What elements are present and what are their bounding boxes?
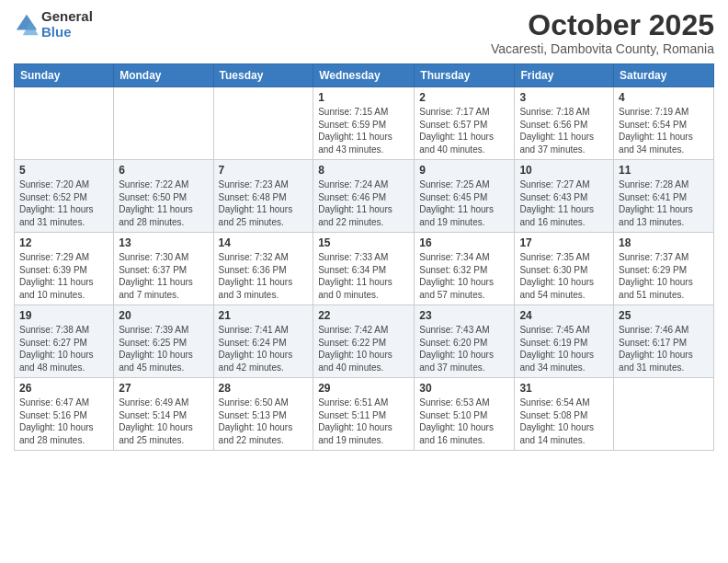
col-saturday: Saturday — [614, 64, 714, 87]
calendar-cell: 28Sunrise: 6:50 AMSunset: 5:13 PMDayligh… — [213, 378, 313, 451]
day-info: Sunrise: 7:33 AMSunset: 6:34 PMDaylight:… — [318, 251, 409, 301]
day-number: 29 — [318, 382, 409, 395]
calendar-cell: 2Sunrise: 7:17 AMSunset: 6:57 PMDaylight… — [415, 87, 515, 160]
day-number: 20 — [119, 309, 208, 322]
calendar-cell: 30Sunrise: 6:53 AMSunset: 5:10 PMDayligh… — [415, 378, 515, 451]
calendar-row-3: 12Sunrise: 7:29 AMSunset: 6:39 PMDayligh… — [15, 233, 714, 305]
col-sunday: Sunday — [15, 64, 114, 87]
day-number: 3 — [519, 91, 609, 104]
day-info: Sunrise: 7:34 AMSunset: 6:32 PMDaylight:… — [419, 251, 509, 301]
day-info: Sunrise: 7:39 AMSunset: 6:25 PMDaylight:… — [119, 324, 208, 373]
day-info: Sunrise: 7:38 AMSunset: 6:27 PMDaylight:… — [19, 324, 108, 373]
calendar-cell: 15Sunrise: 7:33 AMSunset: 6:34 PMDayligh… — [313, 233, 415, 305]
col-monday: Monday — [114, 64, 213, 87]
day-info: Sunrise: 7:28 AMSunset: 6:41 PMDaylight:… — [619, 178, 709, 228]
logo-text: General Blue — [41, 9, 93, 40]
day-number: 18 — [619, 236, 709, 249]
calendar-cell: 20Sunrise: 7:39 AMSunset: 6:25 PMDayligh… — [114, 305, 213, 378]
calendar-cell: 13Sunrise: 7:30 AMSunset: 6:37 PMDayligh… — [114, 233, 213, 305]
col-wednesday: Wednesday — [313, 64, 415, 87]
calendar-cell: 16Sunrise: 7:34 AMSunset: 6:32 PMDayligh… — [415, 233, 515, 305]
calendar-cell: 29Sunrise: 6:51 AMSunset: 5:11 PMDayligh… — [313, 378, 415, 451]
calendar-row-5: 26Sunrise: 6:47 AMSunset: 5:16 PMDayligh… — [15, 378, 714, 451]
calendar-cell: 14Sunrise: 7:32 AMSunset: 6:36 PMDayligh… — [213, 233, 313, 305]
calendar-cell: 12Sunrise: 7:29 AMSunset: 6:39 PMDayligh… — [15, 233, 114, 305]
calendar-cell: 23Sunrise: 7:43 AMSunset: 6:20 PMDayligh… — [415, 305, 515, 378]
header-row: Sunday Monday Tuesday Wednesday Thursday… — [15, 64, 714, 87]
col-friday: Friday — [515, 64, 614, 87]
day-info: Sunrise: 7:42 AMSunset: 6:22 PMDaylight:… — [318, 324, 409, 373]
calendar-cell: 8Sunrise: 7:24 AMSunset: 6:46 PMDaylight… — [313, 160, 415, 233]
calendar-cell: 11Sunrise: 7:28 AMSunset: 6:41 PMDayligh… — [614, 160, 714, 233]
day-info: Sunrise: 7:41 AMSunset: 6:24 PMDaylight:… — [219, 324, 309, 373]
day-info: Sunrise: 7:29 AMSunset: 6:39 PMDaylight:… — [19, 251, 108, 301]
logo-blue: Blue — [41, 25, 93, 40]
day-info: Sunrise: 7:46 AMSunset: 6:17 PMDaylight:… — [619, 324, 709, 373]
calendar-cell: 24Sunrise: 7:45 AMSunset: 6:19 PMDayligh… — [515, 305, 614, 378]
day-info: Sunrise: 6:49 AMSunset: 5:14 PMDaylight:… — [119, 396, 208, 446]
day-number: 12 — [19, 236, 108, 249]
calendar-cell: 22Sunrise: 7:42 AMSunset: 6:22 PMDayligh… — [313, 305, 415, 378]
day-info: Sunrise: 7:25 AMSunset: 6:45 PMDaylight:… — [419, 178, 509, 228]
calendar-cell: 5Sunrise: 7:20 AMSunset: 6:52 PMDaylight… — [15, 160, 114, 233]
day-info: Sunrise: 7:20 AMSunset: 6:52 PMDaylight:… — [19, 178, 108, 228]
day-info: Sunrise: 7:45 AMSunset: 6:19 PMDaylight:… — [519, 324, 609, 373]
calendar-cell: 10Sunrise: 7:27 AMSunset: 6:43 PMDayligh… — [515, 160, 614, 233]
calendar-cell: 25Sunrise: 7:46 AMSunset: 6:17 PMDayligh… — [614, 305, 714, 378]
day-info: Sunrise: 7:24 AMSunset: 6:46 PMDaylight:… — [318, 178, 409, 228]
day-info: Sunrise: 7:23 AMSunset: 6:48 PMDaylight:… — [219, 178, 309, 228]
day-info: Sunrise: 6:54 AMSunset: 5:08 PMDaylight:… — [519, 396, 609, 446]
day-number: 23 — [419, 309, 509, 322]
day-number: 24 — [519, 309, 609, 322]
day-number: 1 — [318, 91, 409, 104]
day-number: 14 — [219, 236, 309, 249]
col-thursday: Thursday — [415, 64, 515, 87]
calendar-cell: 31Sunrise: 6:54 AMSunset: 5:08 PMDayligh… — [515, 378, 614, 451]
calendar-cell — [114, 87, 213, 160]
day-number: 27 — [119, 382, 208, 395]
day-info: Sunrise: 7:17 AMSunset: 6:57 PMDaylight:… — [419, 106, 509, 155]
day-info: Sunrise: 7:22 AMSunset: 6:50 PMDaylight:… — [119, 178, 208, 228]
day-number: 21 — [219, 309, 309, 322]
col-tuesday: Tuesday — [213, 64, 313, 87]
day-number: 7 — [219, 164, 309, 177]
day-info: Sunrise: 7:37 AMSunset: 6:29 PMDaylight:… — [619, 251, 709, 301]
logo-general: General — [41, 9, 93, 25]
calendar-cell — [15, 87, 114, 160]
location: Vacaresti, Dambovita County, Romania — [491, 41, 714, 56]
day-number: 31 — [519, 382, 609, 395]
day-number: 26 — [19, 382, 108, 395]
calendar-row-4: 19Sunrise: 7:38 AMSunset: 6:27 PMDayligh… — [15, 305, 714, 378]
day-info: Sunrise: 6:47 AMSunset: 5:16 PMDaylight:… — [19, 396, 108, 446]
calendar: Sunday Monday Tuesday Wednesday Thursday… — [14, 63, 714, 451]
logo: General Blue — [14, 9, 93, 40]
day-info: Sunrise: 7:18 AMSunset: 6:56 PMDaylight:… — [519, 106, 609, 155]
calendar-cell — [614, 378, 714, 451]
day-number: 8 — [318, 164, 409, 177]
calendar-cell: 17Sunrise: 7:35 AMSunset: 6:30 PMDayligh… — [515, 233, 614, 305]
logo-icon — [14, 12, 40, 38]
calendar-cell: 3Sunrise: 7:18 AMSunset: 6:56 PMDaylight… — [515, 87, 614, 160]
page: General Blue October 2025 Vacaresti, Dam… — [0, 0, 728, 563]
calendar-row-2: 5Sunrise: 7:20 AMSunset: 6:52 PMDaylight… — [15, 160, 714, 233]
day-number: 9 — [419, 164, 509, 177]
day-number: 2 — [419, 91, 509, 104]
day-info: Sunrise: 6:50 AMSunset: 5:13 PMDaylight:… — [219, 396, 309, 446]
calendar-cell: 18Sunrise: 7:37 AMSunset: 6:29 PMDayligh… — [614, 233, 714, 305]
calendar-cell: 1Sunrise: 7:15 AMSunset: 6:59 PMDaylight… — [313, 87, 415, 160]
calendar-cell: 27Sunrise: 6:49 AMSunset: 5:14 PMDayligh… — [114, 378, 213, 451]
day-info: Sunrise: 6:53 AMSunset: 5:10 PMDaylight:… — [419, 396, 509, 446]
day-number: 4 — [619, 91, 709, 104]
header: General Blue October 2025 Vacaresti, Dam… — [14, 9, 714, 56]
calendar-cell: 4Sunrise: 7:19 AMSunset: 6:54 PMDaylight… — [614, 87, 714, 160]
day-number: 5 — [19, 164, 108, 177]
day-number: 25 — [619, 309, 709, 322]
day-info: Sunrise: 7:15 AMSunset: 6:59 PMDaylight:… — [318, 106, 409, 155]
day-number: 10 — [519, 164, 609, 177]
day-info: Sunrise: 7:19 AMSunset: 6:54 PMDaylight:… — [619, 106, 709, 155]
day-info: Sunrise: 6:51 AMSunset: 5:11 PMDaylight:… — [318, 396, 409, 446]
day-number: 13 — [119, 236, 208, 249]
month-title: October 2025 — [491, 9, 714, 41]
day-number: 19 — [19, 309, 108, 322]
day-info: Sunrise: 7:27 AMSunset: 6:43 PMDaylight:… — [519, 178, 609, 228]
